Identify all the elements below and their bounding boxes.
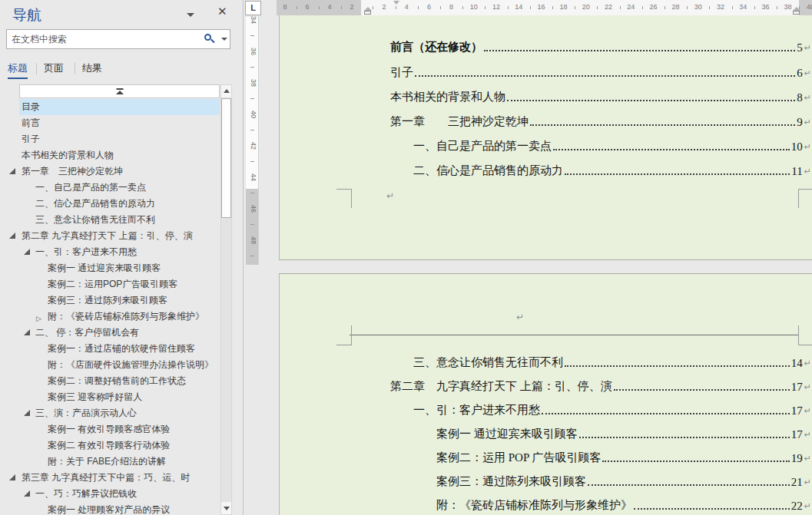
nav-tree-item[interactable]: 案例三 迎客称呼好留人 [19, 389, 220, 405]
nav-tree-item[interactable]: 第三章 九字真经打天下中篇：巧、运、时 [19, 470, 220, 486]
collapse-triangle-icon[interactable] [9, 233, 15, 239]
nav-tree-item[interactable]: 一、自己是产品的第一卖点 [19, 180, 220, 196]
tab-stop-selector[interactable]: L [245, 1, 261, 15]
nav-tree-item[interactable]: 附：关于 FABE介绍法的讲解 [19, 454, 220, 470]
toc-entry[interactable]: 第一章 三把神沙定乾坤9↵ [390, 113, 811, 129]
navigation-pane: 导航 ✕ 标题页面结果 目录前言引子本书相关的背景和人物第一章 三把神沙定乾坤一… [0, 0, 244, 515]
toc-entry[interactable]: 本书相关的背景和人物8↵ [390, 88, 811, 104]
ruler-tick [620, 6, 621, 9]
toc-entry[interactable]: 三、意念让你销售无往而不利14↵ [413, 354, 811, 370]
ruler-number: 40 [248, 110, 257, 120]
toc-entry-title: 附：《瓷砖店铺标准陈列与形象维护》 [436, 498, 632, 513]
collapse-triangle-icon[interactable] [24, 490, 30, 497]
nav-tree-item[interactable]: 引子 [19, 131, 220, 147]
toc-entry[interactable]: 第二章 九字真经打天下 上篇：引、停、演17↵ [390, 378, 811, 394]
nav-tree-item[interactable]: 案例二：运用POP广告吸引顾客 [19, 276, 220, 292]
tab-pages[interactable]: 页面 [44, 61, 64, 75]
dot-leader [415, 75, 795, 77]
text-boundary-mark [798, 189, 812, 190]
tab-results[interactable]: 结果 [82, 61, 102, 75]
dot-leader [565, 173, 790, 175]
collapse-triangle-icon[interactable] [24, 249, 30, 255]
nav-tree-item[interactable]: 附：《店面硬件设施管理办法操作说明》 [19, 357, 220, 373]
horizontal-ruler[interactable]: L 86422468101214161820222426283032343638… [244, 0, 812, 15]
collapse-triangle-icon[interactable] [9, 168, 15, 174]
scrollbar-thumb[interactable] [221, 98, 231, 218]
search-icon[interactable] [204, 34, 213, 42]
paragraph-mark: ↵ [804, 43, 811, 54]
toc-entry[interactable]: 前言（还在修改）5↵ [390, 38, 811, 54]
nav-tree-item[interactable]: 一、巧：巧解异议把钱收 [19, 486, 220, 502]
text-boundary-mark [336, 189, 352, 190]
nav-tree-item[interactable]: 案例一 有效引导顾客感官体验 [19, 421, 220, 437]
collapse-triangle-icon[interactable] [9, 474, 15, 480]
ruler-number: 28 [670, 3, 682, 11]
collapse-triangle-icon[interactable] [24, 329, 30, 335]
nav-tree-item[interactable]: 案例一 通过迎宾来吸引顾客 [19, 260, 220, 276]
search-input[interactable] [6, 29, 230, 49]
nav-item-label: 前言 [22, 117, 40, 128]
nav-tree-item[interactable]: 案例三：通过陈列来吸引顾客 [19, 292, 220, 309]
toc-entry[interactable]: 一、自己是产品的第一卖点10↵ [413, 137, 811, 154]
nav-item-label: 附：《瓷砖店铺标准陈列与形象维护》 [48, 311, 204, 322]
nav-tree-item[interactable]: 案例二 有效引导顾客行动体验 [19, 437, 220, 454]
nav-tree-item[interactable]: 本书相关的背景和人物 [19, 147, 220, 163]
toc-page-number: 14 [791, 357, 803, 370]
nav-item-label: 目录 [22, 101, 40, 112]
pane-options-chevron-icon[interactable] [187, 13, 194, 17]
nav-tree-item[interactable]: ▷附：《瓷砖店铺标准陈列与形象维护》 [19, 309, 220, 325]
nav-tree-item[interactable]: 二、信心是产品销售的原动力 [19, 196, 220, 212]
toc-page-number: 21 [791, 476, 803, 489]
nav-tree-item[interactable]: 一、引：客户进来不用愁 [19, 244, 220, 260]
nav-item-label: 二、 停：客户停留机会有 [35, 327, 139, 338]
toc-entry[interactable]: 案例二：运用 POP 广告吸引顾客19↵ [436, 449, 811, 465]
nav-tree-item[interactable]: 三、意念让你销售无往而不利 [19, 212, 220, 228]
toc-entry[interactable]: 案例三：通过陈列来吸引顾客21↵ [436, 473, 811, 489]
scroll-up-button[interactable] [221, 85, 231, 97]
paragraph-mark: ↵ [804, 68, 811, 80]
nav-tree-item[interactable]: 案例一 处理顾客对产品的异议 [19, 502, 220, 515]
header-boundary-line [350, 335, 799, 335]
nav-tree-item[interactable]: 二、 停：客户停留机会有 [19, 325, 220, 341]
pane-close-icon[interactable]: ✕ [217, 5, 227, 18]
dot-leader [542, 413, 790, 414]
nav-tree-item[interactable]: 三、演：产品演示动人心 [19, 405, 220, 421]
toc-entry-title: 一、引：客户进来不用愁 [413, 403, 540, 418]
toc-entry-title: 二、信心是产品销售的原动力 [413, 163, 563, 178]
toc-entry[interactable]: 引子6↵ [390, 64, 811, 80]
toc-entry-title: 第一章 三把神沙定乾坤 [390, 114, 529, 129]
indent-marker[interactable] [363, 7, 372, 15]
toc-entry[interactable]: 附：《瓷砖店铺标准陈列与形象维护》22↵ [436, 497, 811, 513]
nav-tree-item[interactable]: 案例二：调整好销售前的工作状态 [19, 373, 220, 389]
ruler-number: 42 [248, 141, 257, 151]
first-line-indent-marker[interactable] [393, 1, 399, 5]
nav-tree-item[interactable]: 第一章 三把神沙定乾坤 [19, 163, 220, 180]
nav-item-label: 案例一 有效引导顾客感官体验 [48, 424, 170, 434]
nav-tree-item[interactable]: 第二章 九字真经打天下 上篇：引、停、演 [19, 228, 220, 244]
nav-item-label: 三、意念让你销售无往而不利 [35, 214, 155, 225]
jump-to-top-bar[interactable] [19, 84, 220, 98]
collapse-triangle-icon[interactable] [24, 410, 30, 416]
toc-page-number: 8 [797, 91, 803, 104]
toc-entry[interactable]: 一、引：客户进来不用愁17↵ [413, 401, 811, 418]
nav-item-label: 案例一 通过迎宾来吸引顾客 [48, 262, 161, 273]
vertical-ruler[interactable]: 3436384042444648 [246, 17, 259, 265]
nav-item-label: 案例二 有效引导顾客行动体验 [48, 440, 170, 451]
toc-page-number: 9 [797, 116, 803, 129]
nav-scrollbar[interactable] [220, 84, 232, 515]
scroll-down-button[interactable] [221, 502, 231, 514]
nav-tree-item[interactable]: 案例一：通过店铺的软硬件留住顾客 [19, 341, 220, 357]
tab-headings[interactable]: 标题 [8, 61, 28, 79]
toc-entry[interactable]: 案例一 通过迎宾来吸引顾客17↵ [436, 425, 811, 441]
search-options-chevron-icon[interactable] [221, 38, 227, 41]
indent-marker[interactable] [792, 7, 800, 15]
nav-tree-item[interactable]: 前言 [19, 115, 220, 131]
ruler-tick [575, 6, 575, 9]
ruler-number: 14 [512, 3, 525, 11]
nav-tree-item[interactable]: 目录 [19, 99, 220, 115]
ruler-tick [418, 6, 419, 9]
toc-entry[interactable]: 二、信心是产品销售的原动力11↵ [413, 162, 811, 178]
ruler-number: 36 [248, 47, 257, 57]
ruler-number: 44 [248, 173, 257, 183]
ruler-number: 8 [446, 3, 458, 11]
